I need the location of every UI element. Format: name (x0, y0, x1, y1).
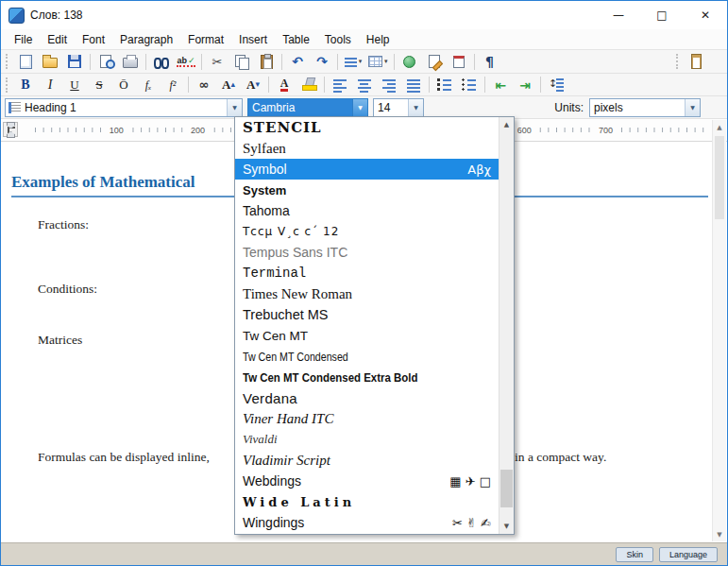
maximize-button[interactable]: □ (640, 1, 684, 29)
numbered-list-button[interactable] (433, 75, 456, 95)
font-list: STENCIL Sylfaen Symbol Αβχ System (235, 117, 499, 534)
toolbar-grip[interactable] (6, 77, 10, 93)
title-bar[interactable]: Слов: 138 — □ ✕ (1, 1, 727, 29)
scroll-down-icon[interactable] (713, 527, 726, 541)
align-center-button[interactable] (353, 75, 376, 95)
font-list-item[interactable]: Tw Cen MT (235, 325, 499, 346)
overline-button[interactable]: Ō (112, 75, 135, 95)
font-color-button[interactable]: A (273, 75, 296, 95)
edit-document-button[interactable] (423, 51, 446, 72)
menu-item[interactable]: Edit (40, 31, 75, 48)
chevron-down-icon[interactable] (227, 99, 242, 116)
style-combo[interactable]: Heading 1 (5, 98, 243, 117)
spellcheck-button[interactable]: ab (175, 51, 197, 72)
shrink-font-button: A (246, 78, 260, 91)
edit-document-icon (429, 55, 440, 68)
insert-page-button[interactable] (448, 51, 470, 72)
bold-button[interactable]: B (14, 75, 37, 95)
menu-item[interactable]: Tools (317, 31, 359, 48)
paste-button[interactable] (255, 51, 278, 72)
font-list-item[interactable]: Verdana (235, 387, 499, 408)
font-list-item[interactable]: Τϲϲμ V¸ϲ ϲ´ 12 (235, 221, 499, 242)
redo-button[interactable]: ↷ (311, 51, 333, 72)
pilcrow-icon: ¶ (485, 55, 494, 68)
font-list-item[interactable]: Vivaldi (235, 429, 499, 450)
font-list-item[interactable]: Webdings ▦ ✈ □ (235, 471, 499, 491)
units-combo[interactable]: pixels (589, 98, 701, 117)
align-left-button[interactable] (329, 75, 351, 95)
outdent-button[interactable]: ⇤ (489, 75, 512, 95)
font-list-item[interactable]: Wingdings ✂ ✌ ✍ (235, 512, 499, 533)
bullet-list-button[interactable] (458, 75, 481, 95)
open-folder-button[interactable] (39, 51, 61, 72)
chevron-down-icon[interactable] (685, 99, 700, 116)
scrollbar-thumb[interactable] (500, 470, 513, 507)
print-button[interactable] (119, 51, 142, 72)
font-list-item[interactable]: Tw Cen MT Condensed (235, 346, 499, 367)
font-list-item[interactable]: Wide Latin (235, 491, 499, 512)
subscript-button[interactable]: fₓ (137, 75, 160, 95)
font-list-item[interactable]: STENCIL (235, 117, 499, 138)
insert-table-button[interactable]: ▾ (366, 51, 390, 72)
clipboard-button[interactable] (685, 51, 707, 72)
menu-item[interactable]: File (7, 31, 40, 48)
align-justify-button[interactable] (402, 75, 425, 95)
pilcrow-button[interactable]: ¶ (479, 51, 501, 72)
menu-item[interactable]: Insert (231, 31, 275, 48)
scroll-up-icon[interactable] (713, 120, 726, 134)
font-combo[interactable]: Cambria (247, 98, 368, 117)
save-button[interactable] (63, 51, 86, 72)
menu-item[interactable]: Help (359, 31, 398, 48)
font-list-item[interactable]: Viner Hand ITC (235, 408, 499, 429)
align-right-button[interactable] (378, 75, 400, 95)
status-button[interactable]: Language (659, 547, 718, 562)
scroll-down-icon[interactable] (499, 519, 514, 534)
toolbar-grip[interactable] (676, 54, 681, 69)
minimize-button[interactable]: — (597, 1, 640, 29)
chevron-down-icon[interactable] (408, 99, 423, 116)
close-button[interactable]: ✕ (684, 1, 727, 29)
find-binoculars-button[interactable] (150, 51, 173, 72)
menu-item[interactable]: Table (275, 31, 317, 48)
style-value: Heading 1 (21, 101, 227, 114)
font-list-item[interactable]: Tahoma (235, 200, 499, 221)
vertical-scrollbar[interactable] (712, 120, 726, 541)
copy-button[interactable] (230, 51, 253, 72)
line-spacing-button[interactable] (545, 75, 567, 95)
font-list-item[interactable]: Times New Roman (235, 283, 499, 304)
scrollbar-thumb[interactable] (715, 136, 724, 219)
cut-button[interactable]: ✂ (206, 51, 229, 72)
underline-button[interactable]: U (63, 75, 86, 95)
grow-font-button[interactable]: A (217, 75, 240, 95)
scroll-up-icon[interactable] (499, 117, 514, 132)
hyperlink-globe-button[interactable] (398, 51, 421, 72)
font-size-combo[interactable]: 14 (373, 98, 424, 117)
print-preview-button[interactable] (94, 51, 117, 72)
indent-button[interactable]: ⇥ (514, 75, 536, 95)
font-list-item[interactable]: Terminal (235, 263, 499, 283)
toolbar-grip[interactable] (6, 54, 10, 69)
superscript-button[interactable]: f² (161, 75, 184, 95)
menu-item[interactable]: Font (75, 31, 112, 48)
font-list-item[interactable]: Tempus Sans ITC (235, 242, 499, 263)
font-name: Terminal (243, 266, 306, 281)
font-list-item[interactable]: Tw Cen MT Condensed Extra Bold (235, 367, 499, 387)
glasses-button[interactable]: ∞ (193, 75, 215, 95)
view-options-button[interactable]: ▾ (342, 51, 364, 72)
italic-button[interactable]: I (39, 75, 61, 95)
menu-item[interactable]: Format (180, 31, 231, 48)
menu-item[interactable]: Paragraph (112, 31, 180, 48)
dropdown-scrollbar[interactable] (499, 117, 514, 534)
font-list-item[interactable]: Sylfaen (235, 138, 499, 159)
font-list-item[interactable]: Trebuchet MS (235, 304, 499, 325)
chevron-down-icon[interactable] (352, 99, 367, 116)
strikethrough-button[interactable]: S (88, 75, 110, 95)
shrink-font-button[interactable]: A (242, 75, 264, 95)
undo-button[interactable]: ↶ (286, 51, 309, 72)
font-list-item[interactable]: Vladimir Script (235, 450, 499, 471)
font-list-item[interactable]: Symbol Αβχ (235, 159, 499, 180)
status-button[interactable]: Skin (616, 547, 653, 562)
new-document-button[interactable] (14, 51, 37, 72)
highlight-button[interactable] (297, 75, 320, 95)
font-list-item[interactable]: System (235, 180, 499, 200)
